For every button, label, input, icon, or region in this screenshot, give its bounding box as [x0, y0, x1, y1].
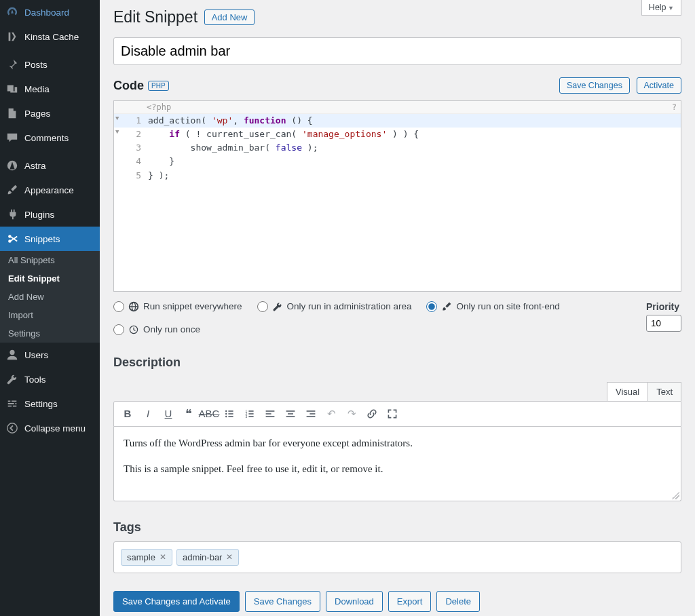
svg-point-6 [225, 410, 227, 412]
submenu-item-all[interactable]: All Snippets [0, 251, 100, 269]
bold-button[interactable]: B [118, 404, 137, 423]
pin-icon [5, 58, 19, 71]
sidebar-item-kinsta[interactable]: Kinsta Cache [0, 24, 100, 49]
sidebar-item-posts[interactable]: Posts [0, 52, 100, 77]
sidebar-item-pages[interactable]: Pages [0, 101, 100, 126]
scope-options: Run snippet everywhere Only run in admin… [113, 301, 633, 335]
sidebar-item-plugins[interactable]: Plugins [0, 202, 100, 227]
code-editor[interactable]: <?php? ▼1add_action( 'wp', function () {… [113, 100, 681, 292]
svg-rect-11 [228, 416, 233, 417]
activate-button-top[interactable]: Activate [637, 77, 681, 94]
sidebar-item-astra[interactable]: Astra [0, 153, 100, 178]
code-line[interactable]: 4 } [114, 155, 681, 168]
help-tab[interactable]: Help [641, 0, 681, 16]
sidebar-item-label: Users [24, 350, 48, 360]
sidebar-item-snippets[interactable]: Snippets [0, 227, 100, 251]
save-changes-button-top[interactable]: Save Changes [559, 77, 630, 94]
description-editor[interactable]: Turns off the WordPress admin bar for ev… [113, 427, 681, 501]
numbered-list-button[interactable]: 123 [240, 404, 259, 423]
align-left-button[interactable] [261, 404, 280, 423]
tags-heading: Tags [113, 520, 681, 535]
scissors-icon [5, 232, 19, 246]
tags-input[interactable]: sample✕admin-bar✕ [113, 541, 681, 573]
code-line[interactable]: ▼1add_action( 'wp', function () { [114, 114, 681, 128]
sidebar-item-users[interactable]: Users [0, 343, 100, 367]
redo-button[interactable]: ↷ [342, 404, 361, 423]
resize-handle[interactable] [671, 491, 679, 499]
scope-frontend[interactable]: Only run on site front-end [426, 301, 559, 312]
sidebar-item-dashboard[interactable]: Dashboard [0, 0, 100, 24]
sidebar-item-label: Kinsta Cache [24, 32, 79, 42]
svg-rect-24 [307, 410, 316, 412]
underline-button[interactable]: U [159, 404, 178, 423]
add-new-button[interactable]: Add New [204, 9, 255, 25]
svg-rect-9 [228, 413, 233, 415]
undo-button[interactable]: ↶ [322, 404, 341, 423]
dashboard-icon [5, 5, 19, 19]
sidebar-item-label: Astra [24, 161, 46, 171]
delete-button[interactable]: Delete [436, 591, 480, 612]
sidebar-item-tools[interactable]: Tools [0, 367, 100, 391]
editor-toolbar: B I U ❝ ABC 123 ↶ ↷ [113, 401, 681, 427]
svg-rect-22 [288, 413, 293, 415]
tab-visual[interactable]: Visual [607, 382, 648, 401]
export-button[interactable]: Export [388, 591, 432, 612]
sidebar-item-comments[interactable]: Comments [0, 126, 100, 150]
fullscreen-button[interactable] [383, 404, 402, 423]
download-button[interactable]: Download [326, 591, 383, 612]
priority-box: Priority [646, 301, 681, 332]
submenu-item-edit[interactable]: Edit Snippet [0, 269, 100, 288]
tag-remove-icon[interactable]: ✕ [159, 552, 166, 562]
scope-once[interactable]: Only run once [113, 324, 200, 335]
priority-input[interactable] [646, 315, 681, 332]
svg-rect-19 [266, 413, 271, 415]
save-changes-button[interactable]: Save Changes [245, 591, 320, 612]
sidebar-item-label: Pages [24, 109, 50, 119]
wrench-icon [5, 372, 19, 386]
submenu-item-settings[interactable]: Settings [0, 324, 100, 343]
save-and-activate-button[interactable]: Save Changes and Activate [113, 591, 240, 612]
svg-rect-13 [248, 410, 253, 412]
code-line[interactable]: ▼2 if ( ! current_user_can( 'manage_opti… [114, 128, 681, 141]
tag-pill[interactable]: admin-bar✕ [176, 549, 240, 566]
sidebar-item-label: Comments [24, 133, 69, 143]
align-right-button[interactable] [301, 404, 320, 423]
svg-rect-18 [266, 410, 275, 412]
sidebar-item-label: Snippets [24, 234, 60, 244]
sidebar-item-appearance[interactable]: Appearance [0, 178, 100, 202]
code-line[interactable]: 3 show_admin_bar( false ); [114, 141, 681, 155]
user-icon [5, 348, 19, 362]
tab-text[interactable]: Text [648, 382, 681, 401]
snippet-title-input[interactable] [113, 37, 681, 65]
tag-remove-icon[interactable]: ✕ [226, 552, 233, 562]
sidebar-item-settings[interactable]: Settings [0, 391, 100, 416]
strikethrough-button[interactable]: ABC [200, 404, 219, 423]
code-heading: Code PHP [113, 79, 169, 93]
scope-everywhere[interactable]: Run snippet everywhere [113, 301, 242, 312]
svg-point-3 [10, 350, 14, 355]
submenu-item-addnew[interactable]: Add New [0, 288, 100, 306]
sidebar-item-label: Appearance [24, 185, 74, 195]
sidebar-item-label: Media [24, 84, 50, 94]
code-help-icon[interactable]: ? [672, 102, 677, 112]
comment-icon [5, 131, 19, 145]
astra-icon [5, 159, 19, 172]
align-center-button[interactable] [281, 404, 300, 423]
tag-pill[interactable]: sample✕ [121, 549, 172, 566]
sidebar-item-media[interactable]: Media [0, 77, 100, 101]
bulleted-list-button[interactable] [220, 404, 239, 423]
submenu-item-import[interactable]: Import [0, 306, 100, 324]
sliders-icon [5, 397, 19, 410]
code-line[interactable]: 5} ); [114, 169, 681, 182]
sidebar-item-label: Dashboard [24, 7, 69, 18]
svg-rect-26 [307, 416, 316, 417]
sidebar-item-collapse[interactable]: Collapse menu [0, 416, 100, 440]
italic-button[interactable]: I [138, 404, 157, 423]
blockquote-button[interactable]: ❝ [179, 404, 198, 423]
tag-label: admin-bar [183, 552, 223, 562]
kinsta-icon [5, 30, 19, 43]
sidebar-item-label: Tools [24, 374, 46, 385]
svg-rect-17 [248, 416, 253, 417]
scope-admin[interactable]: Only run in administration area [257, 301, 412, 312]
link-button[interactable] [362, 404, 381, 423]
